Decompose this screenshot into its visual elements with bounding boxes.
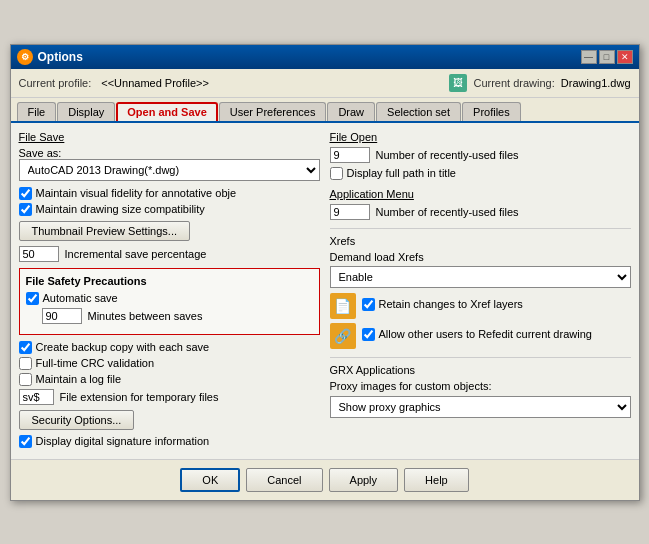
maintain-drawing-size-checkbox[interactable]: [19, 203, 32, 216]
grx-section: GRX Applications Proxy images for custom…: [330, 364, 631, 418]
thumbnail-preview-button[interactable]: Thumbnail Preview Settings...: [19, 221, 191, 241]
maintain-log-row: Maintain a log file: [19, 373, 320, 386]
window-title: Options: [38, 50, 83, 64]
title-bar: ⚙ Options — □ ✕: [11, 45, 639, 69]
tabs-bar: File Display Open and Save User Preferen…: [11, 98, 639, 123]
recently-used-label2: Number of recently-used files: [376, 206, 519, 218]
right-panel: File Open Number of recently-used files …: [330, 131, 631, 451]
minutes-row: Minutes between saves: [42, 308, 313, 324]
maximize-button[interactable]: □: [599, 50, 615, 64]
title-bar-left: ⚙ Options: [17, 49, 83, 65]
display-full-path-row: Display full path in title: [330, 167, 631, 180]
tab-selection-set[interactable]: Selection set: [376, 102, 461, 121]
xrefs-section: Xrefs Demand load Xrefs Enable Disable E…: [330, 235, 631, 349]
tab-profiles[interactable]: Profiles: [462, 102, 521, 121]
file-safety-title: File Safety Precautions: [26, 275, 313, 287]
file-ext-row: File extension for temporary files: [19, 389, 320, 405]
display-full-path-checkbox[interactable]: [330, 167, 343, 180]
recently-used-input1[interactable]: [330, 147, 370, 163]
profile-label: Current profile:: [19, 77, 92, 89]
drawing-label: Current drawing:: [473, 77, 554, 89]
profile-bar: Current profile: <<Unnamed Profile>> 🖼 C…: [11, 69, 639, 98]
allow-others-checkbox-row: Allow other users to Refedit current dra…: [362, 328, 592, 341]
incremental-save-input[interactable]: [19, 246, 59, 262]
app-menu-section: Application Menu Number of recently-used…: [330, 188, 631, 220]
minutes-label: Minutes between saves: [88, 310, 203, 322]
incremental-save-label: Incremental save percentage: [65, 248, 207, 260]
left-panel: File Save Save as: AutoCAD 2013 Drawing(…: [19, 131, 320, 451]
recently-used-row2: Number of recently-used files: [330, 204, 631, 220]
allow-others-icon: 🔗: [330, 323, 356, 349]
tab-user-prefs[interactable]: User Preferences: [219, 102, 327, 121]
security-options-button[interactable]: Security Options...: [19, 410, 135, 430]
file-ext-input[interactable]: [19, 389, 54, 405]
app-menu-title: Application Menu: [330, 188, 631, 200]
recently-used-input2[interactable]: [330, 204, 370, 220]
file-save-title: File Save: [19, 131, 320, 143]
demand-load-select[interactable]: Enable Disable Enabled with copy: [330, 266, 631, 288]
profile-right: 🖼 Current drawing: Drawing1.dwg: [449, 74, 630, 92]
full-time-crc-label: Full-time CRC validation: [36, 357, 155, 369]
profile-value: <<Unnamed Profile>>: [101, 77, 209, 89]
incremental-save-row: Incremental save percentage: [19, 246, 320, 262]
file-safety-section: File Safety Precautions Automatic save M…: [19, 268, 320, 335]
minimize-button[interactable]: —: [581, 50, 597, 64]
allow-others-row: 🔗 Allow other users to Refedit current d…: [330, 323, 631, 349]
save-as-group: Save as: AutoCAD 2013 Drawing(*.dwg) Aut…: [19, 147, 320, 181]
maintain-drawing-size-label: Maintain drawing size compatibility: [36, 203, 205, 215]
file-open-title: File Open: [330, 131, 631, 143]
automatic-save-checkbox[interactable]: [26, 292, 39, 305]
maintain-log-checkbox[interactable]: [19, 373, 32, 386]
automatic-save-label: Automatic save: [43, 292, 118, 304]
dialog-footer: OK Cancel Apply Help: [11, 459, 639, 500]
cancel-button[interactable]: Cancel: [246, 468, 322, 492]
display-full-path-label: Display full path in title: [347, 167, 456, 179]
maintain-visual-fidelity-label: Maintain visual fidelity for annotative …: [36, 187, 237, 199]
demand-load-label: Demand load Xrefs: [330, 251, 424, 263]
xref-icon: 📄: [330, 293, 356, 319]
save-as-label: Save as:: [19, 147, 62, 159]
display-digital-checkbox[interactable]: [19, 435, 32, 448]
full-time-crc-row: Full-time CRC validation: [19, 357, 320, 370]
close-button[interactable]: ✕: [617, 50, 633, 64]
retain-changes-row: 📄 Retain changes to Xref layers: [330, 293, 631, 319]
ok-button[interactable]: OK: [180, 468, 240, 492]
create-backup-label: Create backup copy with each save: [36, 341, 210, 353]
create-backup-checkbox[interactable]: [19, 341, 32, 354]
maintain-visual-fidelity-checkbox[interactable]: [19, 187, 32, 200]
divider1: [330, 228, 631, 229]
title-buttons: — □ ✕: [581, 50, 633, 64]
tab-file[interactable]: File: [17, 102, 57, 121]
divider2: [330, 357, 631, 358]
proxy-images-label: Proxy images for custom objects:: [330, 380, 492, 392]
grx-title: GRX Applications: [330, 364, 631, 376]
maintain-log-label: Maintain a log file: [36, 373, 122, 385]
app-icon: ⚙: [17, 49, 33, 65]
maintain-visual-fidelity-row: Maintain visual fidelity for annotative …: [19, 187, 320, 200]
apply-button[interactable]: Apply: [329, 468, 399, 492]
save-as-select[interactable]: AutoCAD 2013 Drawing(*.dwg) AutoCAD 2010…: [19, 159, 320, 181]
allow-others-checkbox[interactable]: [362, 328, 375, 341]
tab-draw[interactable]: Draw: [327, 102, 375, 121]
full-time-crc-checkbox[interactable]: [19, 357, 32, 370]
xrefs-title: Xrefs: [330, 235, 631, 247]
file-save-section: File Save Save as: AutoCAD 2013 Drawing(…: [19, 131, 320, 262]
display-digital-row: Display digital signature information: [19, 435, 320, 448]
drawing-value: Drawing1.dwg: [561, 77, 631, 89]
retain-changes-checkbox-row: Retain changes to Xref layers: [362, 298, 523, 311]
drawing-icon: 🖼: [449, 74, 467, 92]
create-backup-row: Create backup copy with each save: [19, 341, 320, 354]
file-open-section: File Open Number of recently-used files …: [330, 131, 631, 180]
recently-used-row1: Number of recently-used files: [330, 147, 631, 163]
tab-open-save[interactable]: Open and Save: [116, 102, 217, 121]
retain-changes-checkbox[interactable]: [362, 298, 375, 311]
tab-display[interactable]: Display: [57, 102, 115, 121]
automatic-save-row: Automatic save: [26, 292, 313, 305]
options-dialog: ⚙ Options — □ ✕ Current profile: <<Unnam…: [10, 44, 640, 501]
display-digital-label: Display digital signature information: [36, 435, 210, 447]
minutes-input[interactable]: [42, 308, 82, 324]
help-button[interactable]: Help: [404, 468, 469, 492]
main-content: File Save Save as: AutoCAD 2013 Drawing(…: [11, 123, 639, 459]
proxy-images-select[interactable]: Show proxy graphics Do not show proxy gr…: [330, 396, 631, 418]
maintain-drawing-size-row: Maintain drawing size compatibility: [19, 203, 320, 216]
